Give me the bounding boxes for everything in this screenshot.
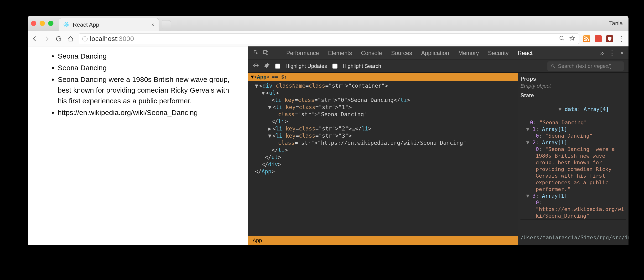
devtools-tab-security[interactable]: Security (488, 50, 509, 56)
browser-window: React App × Tania i localhost:3000 (28, 16, 628, 245)
highlight-search-checkbox[interactable] (332, 64, 338, 69)
window-controls (31, 21, 54, 26)
breadcrumb-app[interactable]: App (248, 236, 518, 245)
address-bar[interactable]: i localhost:3000 (79, 33, 579, 44)
tab-close-icon[interactable]: × (151, 22, 154, 28)
minimize-window-button[interactable] (40, 21, 45, 26)
browser-tab[interactable]: React App × (59, 18, 159, 31)
devtools-tab-console[interactable]: Console (361, 50, 382, 56)
react-favicon-icon (63, 22, 70, 28)
props-heading: Props (520, 75, 626, 82)
home-button[interactable] (67, 35, 74, 43)
devtools-tab-performance[interactable]: Performance (286, 50, 319, 56)
component-tree[interactable]: ▼<div className=class="str">"container">… (248, 81, 518, 236)
react-devtools-toolbar: Highlight Updates Highlight Search Searc… (248, 60, 628, 73)
props-state-panel: Props Empty object State ▼ data: Array[4… (518, 73, 628, 245)
devtools-tab-react[interactable]: React (518, 50, 532, 56)
browser-menu-button[interactable]: ⋮ (618, 35, 625, 43)
page-list: Seona DancingSeona DancingSeona Dancing … (49, 51, 236, 118)
source-location[interactable]: /Users/taniarascia/Sites/rpg/src/index.j… (520, 219, 626, 245)
fullscreen-window-button[interactable] (48, 21, 54, 26)
tab-title: React App (73, 21, 148, 28)
react-search-input[interactable]: Search (text or /regex/) (548, 61, 624, 71)
inspect-element-icon[interactable] (253, 49, 259, 57)
settings-gear-icon[interactable] (264, 63, 270, 70)
svg-rect-7 (266, 51, 268, 54)
device-toolbar-icon[interactable] (262, 49, 269, 57)
svg-point-3 (66, 24, 67, 25)
forward-button[interactable] (43, 35, 50, 43)
rss-extension-icon[interactable] (583, 35, 590, 42)
devtools-tab-memory[interactable]: Memory (458, 50, 479, 56)
list-item: https://en.wikipedia.org/wiki/Seona_Danc… (58, 107, 236, 118)
state-entry[interactable]: 0: "Seona Dancing" (520, 119, 626, 126)
state-data-row[interactable]: ▼ data: Array[4] (520, 99, 626, 119)
back-button[interactable] (31, 35, 39, 43)
devtools-tab-application[interactable]: Application (421, 50, 449, 56)
url-text: localhost:3000 (90, 35, 134, 43)
extension-icon-2[interactable] (595, 35, 602, 42)
devtools-tabs: PerformanceElementsConsoleSourcesApplica… (248, 46, 628, 60)
new-tab-button[interactable] (162, 20, 171, 29)
state-entry-child[interactable]: 0: "https://en.wikipedia.org/wiki/Seona_… (520, 199, 626, 219)
target-icon[interactable] (253, 63, 259, 70)
browser-toolbar: i localhost:3000 ⋮ (28, 31, 628, 46)
devtools-tab-sources[interactable]: Sources (391, 50, 412, 56)
close-window-button[interactable] (31, 21, 36, 26)
svg-point-10 (552, 65, 554, 67)
list-item: Seona Dancing (58, 51, 236, 61)
bookmark-star-icon[interactable] (569, 35, 575, 42)
zoom-icon[interactable] (559, 35, 565, 42)
extension-row: ⋮ (583, 35, 625, 43)
rendered-page: Seona DancingSeona DancingSeona Dancing … (28, 46, 248, 245)
state-entry-child[interactable]: 0: "Seona Dancing" (520, 133, 626, 139)
list-item: Seona Dancing were a 1980s British new w… (58, 74, 236, 106)
svg-point-5 (584, 40, 586, 41)
state-entry-child[interactable]: 0: "Seona Dancing were a 1980s British n… (520, 146, 626, 193)
svg-point-9 (256, 65, 256, 66)
devtools-panel: PerformanceElementsConsoleSourcesApplica… (248, 46, 628, 245)
reload-button[interactable] (55, 35, 62, 43)
list-item: Seona Dancing (58, 62, 236, 73)
devtools-tab-elements[interactable]: Elements (328, 50, 352, 56)
devtools-body: ▼<App>== $r ▼<div className=class="str">… (248, 73, 628, 245)
component-tree-column: ▼<App>== $r ▼<div className=class="str">… (248, 73, 518, 245)
ublock-extension-icon[interactable] (606, 35, 613, 42)
site-info-icon[interactable]: i (82, 36, 88, 41)
devtools-close-icon[interactable]: × (620, 49, 624, 57)
state-entry[interactable]: ▼ 1: Array[1] (520, 126, 626, 133)
highlight-updates-label: Highlight Updates (286, 63, 327, 69)
state-heading: State (520, 92, 626, 99)
svg-point-4 (560, 36, 563, 39)
content-area: Seona DancingSeona DancingSeona Dancing … (28, 46, 628, 245)
profile-label[interactable]: Tania (609, 20, 623, 27)
highlight-search-label: Highlight Search (343, 63, 381, 69)
react-search-placeholder: Search (text or /regex/) (558, 63, 612, 69)
state-entry[interactable]: ▼ 2: Array[1] (520, 139, 626, 146)
props-empty: Empty object (520, 83, 626, 89)
tab-strip: React App × Tania (28, 16, 628, 31)
highlight-updates-checkbox[interactable] (275, 64, 280, 69)
state-entry[interactable]: ▼ 3: Array[1] (520, 193, 626, 199)
selected-component-row[interactable]: ▼<App>== $r (248, 73, 518, 81)
